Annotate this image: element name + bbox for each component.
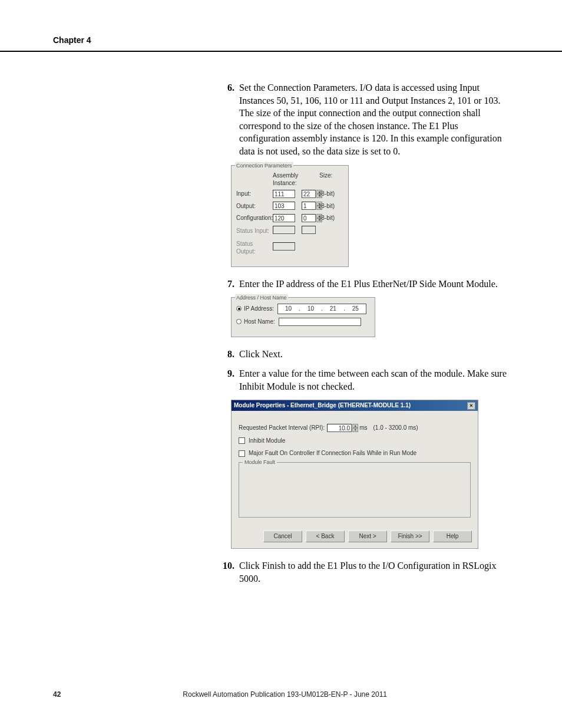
output-instance-field[interactable]: 103 (273, 202, 295, 210)
chevron-down-icon[interactable]: ▼ (352, 428, 358, 432)
status-output-field (273, 242, 295, 251)
step-10: 10. Click Finish to add the E1 Plus to t… (218, 559, 509, 585)
unit-label: (8-bit) (317, 214, 343, 222)
close-icon[interactable]: × (467, 402, 475, 410)
rpi-range: (1.0 - 3200.0 ms) (373, 424, 418, 432)
step-number: 10. (218, 559, 234, 585)
dialog-title: Module Properties - Ethernet_Bridge (ETH… (234, 401, 411, 410)
rpi-value[interactable]: 10.0 (327, 424, 352, 432)
chevron-up-icon[interactable]: ▲ (352, 424, 358, 428)
host-name-field[interactable] (279, 318, 361, 326)
ip-address-radio[interactable] (236, 306, 242, 311)
config-instance-field[interactable]: 120 (273, 214, 295, 222)
unit-label: (8-bit) (317, 190, 343, 198)
connection-parameters-panel: Connection Parameters Assembly Instance:… (231, 165, 349, 267)
step-number: 6. (218, 81, 234, 158)
major-fault-label: Major Fault On Controller If Connection … (249, 449, 416, 457)
status-input-field (273, 226, 295, 234)
row-label: Status Output: (236, 240, 273, 256)
assembly-header: Assembly Instance: (273, 172, 299, 187)
fieldset-legend: Connection Parameters (235, 162, 293, 169)
status-input-row: Status Input: (236, 226, 343, 236)
module-fault-legend: Module Fault (243, 459, 277, 466)
rpi-label: Requested Packet Interval (RPI): (239, 424, 325, 432)
next-button[interactable]: Next > (348, 531, 387, 542)
unit-label: (8-bit) (317, 202, 343, 210)
status-input-size (302, 226, 316, 234)
row-label: Status Input: (236, 227, 273, 235)
step-number: 8. (218, 348, 234, 361)
finish-button[interactable]: Finish >> (391, 531, 429, 542)
step-number: 7. (218, 278, 234, 291)
publication-info: Rockwell Automation Publication 193-UM01… (61, 690, 509, 699)
host-name-label: Host Name: (244, 318, 275, 326)
rpi-stepper[interactable]: 10.0 ▲▼ (327, 424, 358, 432)
configuration-row: Configuration: 120 0▲▼ (8-bit) (236, 214, 343, 223)
page-footer: 42 Rockwell Automation Publication 193-U… (0, 690, 562, 699)
input-instance-field[interactable]: 111 (273, 190, 295, 198)
module-properties-dialog: Module Properties - Ethernet_Bridge (ETH… (231, 400, 478, 549)
titlebar[interactable]: Module Properties - Ethernet_Bridge (ETH… (232, 400, 478, 411)
button-row: Cancel < Back Next > Finish >> Help (232, 523, 478, 548)
step-text: Enter the IP address of the E1 Plus Ethe… (239, 278, 509, 291)
step-text: Enter a value for the time between each … (239, 367, 509, 393)
step-number: 9. (218, 367, 234, 393)
step-text: Click Finish to add the E1 Plus to the I… (239, 559, 509, 585)
step-6: 6. Set the Connection Parameters. I/O da… (218, 81, 509, 158)
status-output-row: Status Output: (236, 240, 343, 256)
cancel-button[interactable]: Cancel (263, 531, 302, 542)
major-fault-checkbox[interactable] (239, 450, 245, 457)
step-7: 7. Enter the IP address of the E1 Plus E… (218, 278, 509, 291)
step-text: Set the Connection Parameters. I/O data … (239, 81, 509, 158)
output-row: Output: 103 1▲▼ (8-bit) (236, 202, 343, 210)
help-button[interactable]: Help (433, 531, 472, 542)
page-header: Chapter 4 (0, 0, 562, 52)
input-row: Input: 111 22▲▼ (8-bit) (236, 190, 343, 199)
page-number: 42 (53, 690, 61, 699)
module-fault-group: Module Fault (239, 462, 471, 518)
inhibit-module-checkbox[interactable] (239, 437, 245, 444)
row-label: Configuration: (236, 214, 273, 222)
step-8: 8. Click Next. (218, 348, 509, 361)
ip-address-label: IP Address: (244, 305, 274, 313)
row-label: Input: (236, 190, 273, 198)
size-header: Size: (317, 172, 343, 187)
host-name-radio[interactable] (236, 319, 242, 324)
ip-address-field[interactable]: 10. 10. 21. 25 (277, 304, 366, 314)
row-label: Output: (236, 202, 273, 210)
step-9: 9. Enter a value for the time between ea… (218, 367, 509, 393)
back-button[interactable]: < Back (306, 531, 345, 542)
content-area: 6. Set the Connection Parameters. I/O da… (0, 52, 562, 604)
address-host-panel: Address / Host Name IP Address: 10. 10. … (231, 297, 375, 337)
rpi-unit: ms (359, 424, 367, 432)
fieldset-legend: Address / Host Name (235, 294, 288, 301)
chapter-label: Chapter 4 (53, 35, 91, 45)
step-text: Click Next. (239, 348, 509, 361)
inhibit-module-label: Inhibit Module (249, 437, 285, 445)
